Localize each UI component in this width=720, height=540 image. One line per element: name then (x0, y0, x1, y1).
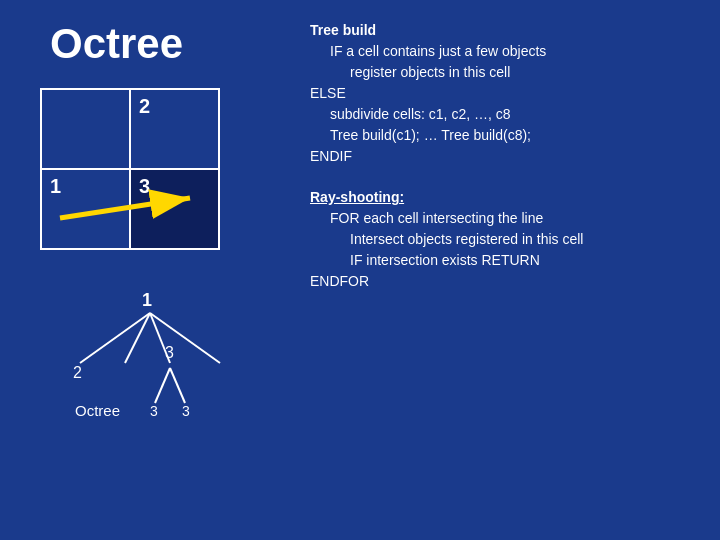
ray-shooting-section: Ray-shooting: FOR each cell intersecting… (310, 187, 700, 292)
octree-title: Octree (50, 20, 183, 68)
svg-line-2 (80, 313, 150, 363)
tree-build-line2: IF a cell contains just a few objects (310, 41, 700, 62)
grid-diagram: 2 1 3 (40, 88, 220, 248)
left-panel: Octree 2 1 3 (0, 0, 300, 540)
svg-text:3: 3 (182, 403, 190, 418)
tree-svg: 1 2 3 3 3 Octree (20, 288, 280, 418)
svg-line-7 (170, 368, 185, 403)
ray-shooting-title: Ray-shooting: (310, 187, 700, 208)
svg-line-6 (155, 368, 170, 403)
ray-shooting-line4: IF intersection exists RETURN (310, 250, 700, 271)
tree-diagram: 1 2 3 3 3 Octree (20, 288, 280, 418)
tree-build-title: Tree build (310, 20, 700, 41)
cell-label-2: 2 (139, 95, 150, 118)
main-container: Octree 2 1 3 (0, 0, 720, 540)
svg-text:1: 1 (142, 290, 152, 310)
tree-build-line5: subdivide cells: c1, c2, …, c8 (310, 104, 700, 125)
svg-text:3: 3 (150, 403, 158, 418)
svg-line-3 (125, 313, 150, 363)
svg-text:2: 2 (73, 364, 82, 381)
svg-text:Octree: Octree (75, 402, 120, 418)
cell-bottom-right: 3 (130, 169, 219, 249)
cell-label-3: 3 (139, 175, 150, 198)
cell-top-left (41, 89, 130, 169)
svg-text:3: 3 (165, 344, 174, 361)
ray-shooting-line3: Intersect objects registered in this cel… (310, 229, 700, 250)
ray-shooting-line5: ENDFOR (310, 271, 700, 292)
right-panel: Tree build IF a cell contains just a few… (300, 0, 720, 540)
tree-build-line4: ELSE (310, 83, 700, 104)
cell-top-right: 2 (130, 89, 219, 169)
ray-shooting-line2: FOR each cell intersecting the line (310, 208, 700, 229)
grid-table: 2 1 3 (40, 88, 220, 250)
tree-build-line6: Tree build(c1); … Tree build(c8); (310, 125, 700, 146)
tree-build-line3: register objects in this cell (310, 62, 700, 83)
cell-label-1: 1 (50, 175, 61, 198)
tree-build-line7: ENDIF (310, 146, 700, 167)
tree-build-section: Tree build IF a cell contains just a few… (310, 20, 700, 167)
cell-bottom-left: 1 (41, 169, 130, 249)
